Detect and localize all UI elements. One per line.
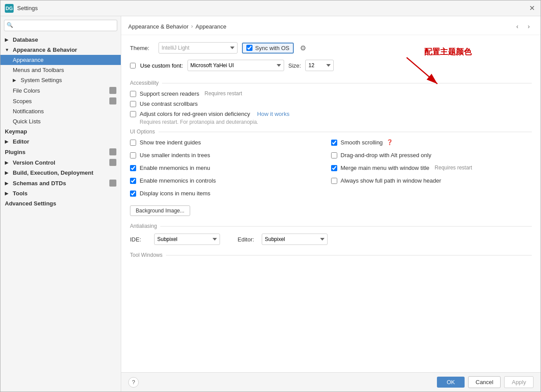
sidebar-item-build-execution[interactable]: ▶ Build, Execution, Deployment	[0, 168, 121, 178]
sidebar-item-schemas-dtds[interactable]: ▶ Schemas and DTDs	[0, 178, 121, 188]
color-adjust-checkbox[interactable]	[130, 111, 136, 117]
panel-header: Appearance & Behavior › Appearance ‹ ›	[121, 16, 541, 35]
ui-options-col2: Smooth scrolling ❓ Drag-and-drop with Al…	[331, 139, 532, 200]
tree-indent-row: Show tree indent guides	[130, 139, 331, 146]
mnemonics-controls-label: Enable mnemonics in controls	[140, 177, 216, 184]
schemas-badge	[109, 180, 116, 187]
antialiasing-row: IDE: DefaultSubpixelGreyscaleNone Editor…	[130, 234, 532, 245]
sidebar-item-version-control[interactable]: ▶ Version Control	[0, 157, 121, 168]
chevron-right-icon: ▶	[13, 78, 19, 83]
contrast-scrollbars-checkbox[interactable]	[130, 101, 136, 107]
sidebar-item-system-settings[interactable]: ▶ System Settings	[0, 75, 121, 85]
size-select[interactable]: 12	[305, 60, 334, 71]
editor-aa-label: Editor:	[238, 236, 257, 243]
help-button[interactable]: ?	[128, 377, 139, 388]
sidebar-item-quick-lists[interactable]: Quick Lists	[0, 116, 121, 126]
smooth-scrolling-help[interactable]: ❓	[386, 139, 393, 145]
color-adjust-subtext: Requires restart. For protanopia and deu…	[140, 119, 532, 125]
merge-menu-note: Requires restart	[435, 165, 472, 171]
theme-row: Theme: IntelliJ Light Sync with OS ⚙	[130, 42, 532, 54]
sidebar-item-plugins[interactable]: Plugins	[0, 147, 121, 157]
apply-button[interactable]: Apply	[504, 376, 534, 388]
back-button[interactable]: ‹	[512, 22, 522, 31]
ide-aa-select[interactable]: DefaultSubpixelGreyscaleNone	[154, 234, 220, 245]
size-label: Size:	[289, 62, 301, 69]
sidebar-item-appearance-behavior[interactable]: ▼ Appearance & Behavior	[0, 45, 121, 55]
tree-indent-checkbox[interactable]	[130, 140, 136, 146]
ui-options-heading: UI Options	[130, 129, 532, 135]
search-input[interactable]	[4, 20, 117, 31]
smooth-scrolling-checkbox[interactable]	[331, 140, 337, 146]
titlebar: DG Settings ✕	[0, 0, 541, 16]
smooth-scrolling-row: Smooth scrolling ❓	[331, 139, 532, 146]
chevron-right-icon: ▶	[5, 181, 11, 186]
nav-arrows: ‹ ›	[512, 22, 534, 31]
mnemonics-controls-checkbox[interactable]	[130, 178, 136, 184]
sidebar-item-menus-toolbars[interactable]: Menus and Toolbars	[0, 65, 121, 75]
bottom-bar: ? OK Cancel Apply	[121, 372, 541, 392]
mnemonics-menu-checkbox[interactable]	[130, 165, 136, 171]
ok-button[interactable]: OK	[437, 377, 465, 388]
sidebar-item-appearance[interactable]: Appearance	[0, 55, 121, 65]
ide-aa-label: IDE:	[130, 236, 150, 243]
sidebar: 🔍 ▶ Database ▼ Appearance & Behavior App…	[0, 16, 121, 392]
chevron-right-icon: ▶	[5, 170, 11, 175]
chevron-down-icon: ▼	[5, 47, 11, 52]
background-image-button[interactable]: Background Image...	[130, 205, 190, 216]
display-icons-checkbox[interactable]	[130, 191, 136, 197]
merge-menu-row: Merge main menu with window title Requir…	[331, 165, 532, 171]
mnemonics-menu-row: Enable mnemonics in menu	[130, 165, 331, 171]
settings-window: DG Settings ✕ 🔍 ▶ Database ▼ Appearance …	[0, 0, 541, 392]
sidebar-item-scopes[interactable]: Scopes	[0, 96, 121, 106]
editor-aa-select[interactable]: DefaultSubpixelGreyscaleNone	[262, 234, 328, 245]
drag-drop-label: Drag-and-drop with Alt pressed only	[341, 152, 432, 158]
search-icon: 🔍	[7, 22, 13, 28]
sync-with-os-wrap: Sync with OS	[242, 43, 294, 54]
smaller-indents-label: Use smaller indents in trees	[140, 152, 210, 158]
sync-with-os-checkbox[interactable]	[246, 45, 252, 51]
forward-button[interactable]: ›	[524, 22, 534, 31]
sidebar-item-database[interactable]: ▶ Database	[0, 35, 121, 45]
breadcrumb-part2: Appearance	[195, 23, 226, 30]
drag-drop-row: Drag-and-drop with Alt pressed only	[331, 152, 532, 158]
panel-body: Theme: IntelliJ Light Sync with OS ⚙	[121, 35, 541, 372]
sidebar-item-keymap[interactable]: Keymap	[0, 126, 121, 137]
smaller-indents-row: Use smaller indents in trees	[130, 152, 331, 158]
right-panel: Appearance & Behavior › Appearance ‹ › T…	[121, 16, 541, 392]
screen-readers-note: Requires restart	[205, 90, 242, 97]
smooth-scrolling-label: Smooth scrolling	[341, 139, 383, 146]
full-path-checkbox[interactable]	[331, 178, 337, 184]
sidebar-item-file-colors[interactable]: File Colors	[0, 85, 121, 96]
sidebar-item-editor[interactable]: ▶ Editor	[0, 137, 121, 147]
screen-readers-checkbox[interactable]	[130, 91, 136, 97]
main-content: 🔍 ▶ Database ▼ Appearance & Behavior App…	[0, 16, 541, 392]
font-select[interactable]: Microsoft YaHei UI	[188, 60, 284, 71]
merge-menu-checkbox[interactable]	[331, 165, 337, 171]
sidebar-item-advanced-settings[interactable]: Advanced Settings	[0, 198, 121, 209]
mnemonics-menu-label: Enable mnemonics in menu	[140, 165, 210, 171]
cancel-button[interactable]: Cancel	[468, 376, 501, 388]
ui-options-col1: Show tree indent guides Use smaller inde…	[130, 139, 331, 200]
how-it-works-link[interactable]: How it works	[257, 111, 289, 117]
chevron-right-icon: ▶	[5, 191, 11, 196]
drag-drop-checkbox[interactable]	[331, 152, 337, 158]
sidebar-item-tools[interactable]: ▶ Tools	[0, 188, 121, 198]
gear-icon[interactable]: ⚙	[300, 44, 306, 52]
contrast-scrollbars-row: Use contrast scrollbars	[130, 101, 532, 107]
color-adjust-label: Adjust colors for red-green vision defic…	[140, 111, 250, 117]
screen-readers-label: Support screen readers	[140, 90, 199, 97]
app-icon: DG	[5, 4, 14, 13]
smaller-indents-checkbox[interactable]	[130, 152, 136, 158]
full-path-label: Always show full path in window header	[341, 177, 441, 184]
breadcrumb-sep: ›	[191, 23, 193, 29]
theme-select[interactable]: IntelliJ Light	[159, 42, 238, 54]
breadcrumb: Appearance & Behavior › Appearance	[128, 23, 226, 30]
search-box: 🔍	[4, 20, 117, 31]
ui-options-grid: Show tree indent guides Use smaller inde…	[130, 139, 532, 200]
merge-menu-label: Merge main menu with window title	[341, 165, 429, 171]
sidebar-item-notifications[interactable]: Notifications	[0, 106, 121, 116]
display-icons-row: Display icons in menu items	[130, 190, 331, 197]
close-button[interactable]: ✕	[527, 4, 536, 13]
custom-font-checkbox[interactable]	[130, 63, 136, 68]
version-control-badge	[109, 159, 116, 166]
